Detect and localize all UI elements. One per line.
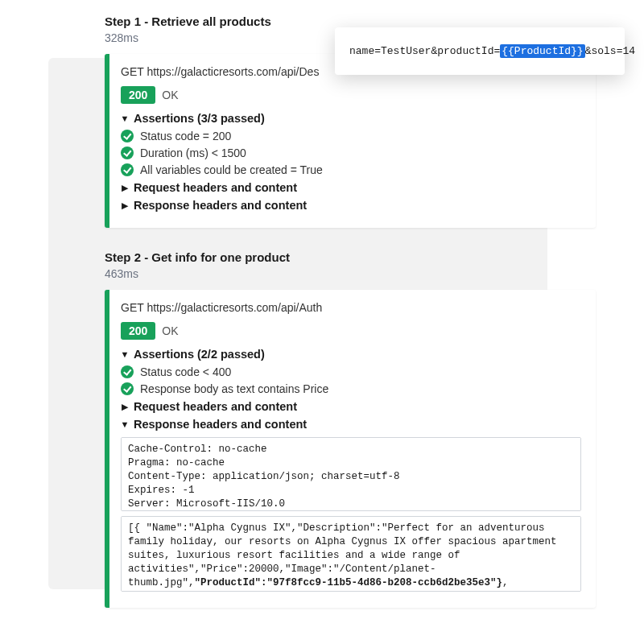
status-badge: 200 [121, 322, 155, 340]
check-icon [121, 365, 134, 378]
status-text: OK [162, 324, 178, 337]
tooltip-text-post: &sols=14 [585, 45, 635, 57]
step-duration: 463ms [105, 267, 596, 280]
assertions-summary: Assertions (3/3 passed) [134, 112, 265, 125]
status-text: OK [162, 89, 178, 101]
assertion-item: Duration (ms) < 1500 [121, 147, 581, 159]
tooltip-text-pre: name=TestUser&productId= [349, 45, 500, 57]
assertion-item: Response body as text contains Price [121, 382, 581, 395]
step-card: GET https://galacticresorts.com/api/Auth… [105, 290, 596, 608]
request-line: GET https://galacticresorts.com/api/Auth [121, 301, 581, 314]
response-body-textarea[interactable]: [{ "Name":"Alpha Cygnus IX","Description… [121, 516, 581, 592]
assertions-summary: Assertions (2/2 passed) [134, 348, 265, 361]
assertion-text: Response body as text contains Price [140, 382, 328, 395]
check-icon [121, 163, 134, 176]
step-card: GET https://galacticresorts.com/api/Des … [105, 54, 596, 228]
check-icon [121, 147, 134, 159]
request-headers-label: Request headers and content [134, 181, 297, 194]
assertion-item: Status code < 400 [121, 365, 581, 378]
chevron-down-icon: ▼ [121, 114, 129, 123]
chevron-right-icon: ▶ [121, 402, 129, 412]
assertions-toggle[interactable]: ▼ Assertions (3/3 passed) [121, 112, 581, 125]
tooltip-variable-highlight: {{ProductId}} [500, 44, 584, 58]
chevron-right-icon: ▶ [121, 200, 129, 211]
chevron-down-icon: ▼ [121, 419, 129, 429]
chevron-right-icon: ▶ [121, 183, 129, 193]
status-badge: 200 [121, 86, 155, 104]
response-headers-label: Response headers and content [134, 418, 307, 431]
assertion-text: All variables could be created = True [140, 163, 323, 176]
chevron-down-icon: ▼ [121, 349, 129, 359]
response-headers-textarea[interactable]: Cache-Control: no-cache Pragma: no-cache… [121, 437, 581, 511]
assertions-toggle[interactable]: ▼ Assertions (2/2 passed) [121, 348, 581, 361]
assertion-text: Status code = 200 [140, 130, 231, 142]
response-headers-toggle[interactable]: ▶ Response headers and content [121, 199, 581, 212]
response-headers-toggle[interactable]: ▼ Response headers and content [121, 418, 581, 431]
assertion-item: Status code = 200 [121, 130, 581, 142]
assertion-text: Status code < 400 [140, 365, 231, 378]
response-headers-label: Response headers and content [134, 199, 307, 212]
step-title: Step 1 - Retrieve all products [105, 14, 596, 28]
request-headers-label: Request headers and content [134, 400, 297, 413]
variable-tooltip: name=TestUser&productId={{ProductId}}&so… [335, 27, 625, 75]
step-title: Step 2 - Get info for one product [105, 250, 596, 264]
response-body-highlight: "ProductId":"97f8fcc9-11b5-4d86-b208-ccb… [195, 577, 503, 588]
request-headers-toggle[interactable]: ▶ Request headers and content [121, 181, 581, 194]
check-icon [121, 130, 134, 142]
assertion-item: All variables could be created = True [121, 163, 581, 176]
check-icon [121, 382, 134, 395]
request-headers-toggle[interactable]: ▶ Request headers and content [121, 400, 581, 413]
assertion-text: Duration (ms) < 1500 [140, 147, 246, 159]
